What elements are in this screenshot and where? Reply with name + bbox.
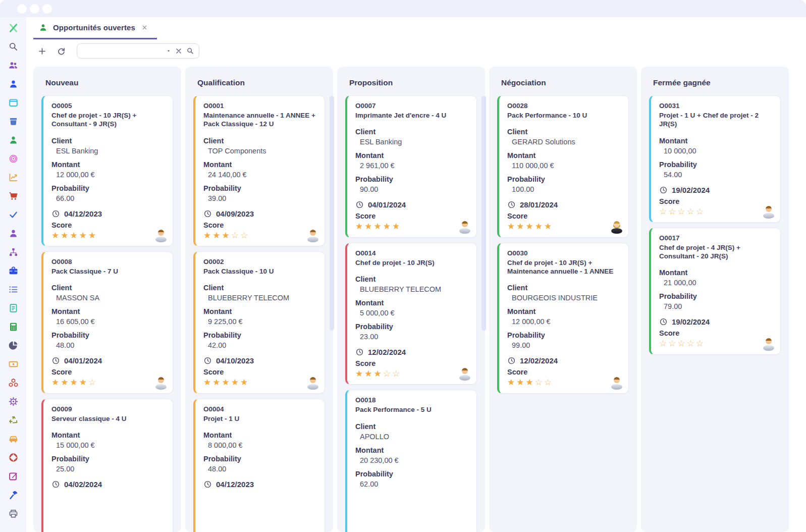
notes-icon[interactable] (8, 303, 19, 313)
refresh-button[interactable] (53, 43, 69, 59)
opportunity-card[interactable]: O0001Maintenance annuelle - 1 ANNEE + Pa… (193, 95, 325, 246)
card-title: Chef de projet - 4 JR(S) + Consultant - … (659, 243, 773, 261)
opportunity-card[interactable]: O0008Pack Classique - 7 UClientMASSON SA… (41, 251, 173, 394)
card-id: O0031 (659, 102, 773, 110)
probability-value: 42.00 (203, 341, 317, 349)
projects-briefcase-icon[interactable] (8, 265, 19, 276)
accounting-calculator-icon[interactable] (8, 322, 19, 332)
card-id: O0014 (355, 249, 469, 257)
purchases-cart-icon[interactable] (8, 191, 19, 201)
due-date: 12/02/2024 (355, 348, 469, 356)
stock-cubes-icon[interactable] (8, 378, 19, 388)
targets-icon[interactable] (8, 153, 19, 164)
clear-icon[interactable] (175, 47, 183, 55)
score-stars: ★★★★★ (507, 222, 621, 232)
contacts-icon[interactable] (8, 79, 19, 89)
tools-hammer-icon[interactable] (8, 490, 19, 500)
reports-pie-icon[interactable] (8, 340, 19, 351)
montant-value: 24 140,00 € (203, 171, 317, 179)
window-control-dot[interactable] (30, 4, 39, 14)
star-icon: ☆ (678, 207, 687, 217)
probability-value: 66.00 (51, 194, 166, 202)
opportunity-card[interactable]: O0005Chef de projet - 10 JR(S) + Consult… (41, 95, 173, 246)
card-field: Montant16 605,00 € (51, 307, 166, 326)
support-lifebuoy-icon[interactable] (8, 452, 19, 463)
toolbar (26, 39, 806, 63)
edit-icon[interactable] (8, 471, 19, 482)
card-field: Probability99.00 (507, 331, 621, 349)
client-label: Client (355, 422, 469, 431)
montant-value: 12 000,00 € (51, 171, 166, 179)
montant-value: 5 000,00 € (355, 309, 469, 317)
column-title: Qualification (193, 67, 325, 95)
column-title: Nouveau (41, 67, 173, 95)
star-icon: ★ (526, 378, 535, 387)
client-label: Client (203, 137, 317, 145)
add-button[interactable] (34, 43, 49, 59)
card-field: Montant12 000,00 € (51, 161, 166, 179)
column-scrollbar[interactable] (330, 96, 334, 331)
score-stars: ★★★★★ (51, 231, 166, 241)
settings-gear-icon[interactable] (8, 396, 19, 407)
opportunity-card[interactable]: O0004Projet - 1 UMontant8 000,00 €Probab… (193, 399, 325, 532)
opportunity-card[interactable]: O0014Chef de projet - 10 JR(S)ClientBLUE… (345, 243, 477, 385)
list-icon[interactable] (8, 284, 19, 295)
star-icon: ★ (222, 378, 231, 387)
star-icon: ★ (212, 378, 222, 387)
card-title: Chef de projet - 10 JR(S) (355, 258, 469, 267)
window-control-dot[interactable] (17, 4, 27, 14)
org-chart-icon[interactable] (8, 247, 19, 257)
archive-icon[interactable] (8, 116, 19, 127)
star-icon: ★ (392, 222, 401, 231)
due-date: 19/02/2024 (659, 186, 773, 194)
kanban-column: Fermée gagnéeO0031Projet - 1 U + Chef de… (641, 67, 789, 532)
fleet-car-icon[interactable] (8, 434, 19, 444)
assignee-avatar (306, 377, 319, 390)
opportunity-card[interactable]: O0018Pack Performance - 5 UClientAPOLLOM… (345, 390, 477, 532)
probability-value: 79.00 (659, 302, 773, 310)
search-input[interactable] (82, 47, 163, 56)
opportunity-card[interactable]: O0028Pack Performance - 10 UClientGERARD… (497, 95, 629, 238)
tasks-check-icon[interactable] (8, 209, 19, 220)
team-icon[interactable] (8, 60, 19, 71)
assignee-avatar (306, 230, 319, 242)
close-icon[interactable] (140, 23, 149, 32)
opportunity-card[interactable]: O0002Pack Classique - 10 UClientBLUEBERR… (193, 251, 325, 394)
star-icon: ☆ (678, 339, 687, 348)
search-icon[interactable] (186, 47, 194, 55)
search-icon[interactable] (8, 41, 19, 52)
probability-label: Probability (203, 184, 317, 192)
star-icon: ★ (88, 231, 97, 240)
star-icon: ★ (535, 222, 544, 231)
opportunity-card[interactable]: O0007Imprimante Jet d'encre - 4 UClientE… (345, 95, 477, 238)
opportunity-card[interactable]: O0017Chef de projet - 4 JR(S) + Consulta… (649, 228, 781, 355)
clock-icon (51, 480, 60, 489)
card-field: Probability54.00 (659, 161, 773, 179)
star-icon: ★ (61, 378, 70, 387)
payments-icon[interactable] (8, 359, 19, 369)
card-field: Probability100.00 (507, 175, 621, 193)
sales-chart-icon[interactable] (8, 172, 19, 183)
due-date-value: 12/02/2024 (368, 348, 406, 356)
opportunity-card[interactable]: O0030Chef de projet - 10 JR(S) + Mainten… (497, 243, 629, 394)
recycle-icon[interactable] (8, 415, 19, 425)
window-control-dot[interactable] (42, 4, 52, 14)
due-date: 04/01/2024 (51, 356, 166, 365)
card-field: Probability79.00 (659, 292, 773, 310)
opportunity-card[interactable]: O0031Projet - 1 U + Chef de projet - 2 J… (649, 95, 781, 223)
app-logo-icon[interactable] (8, 23, 19, 33)
chevron-down-icon[interactable] (166, 48, 171, 54)
leads-icon[interactable] (8, 135, 19, 145)
due-date-value: 04/12/2023 (64, 209, 102, 218)
card-title: Pack Classique - 10 U (203, 267, 317, 276)
client-value: BOURGEOIS INDUSTRIE (507, 294, 621, 302)
card-field: ClientGERARD Solutions (507, 128, 621, 146)
print-icon[interactable] (8, 508, 19, 519)
column-scrollbar[interactable] (481, 96, 486, 331)
person-icon (38, 23, 48, 32)
tab-opportunites-ouvertes[interactable]: Opportunités ouvertes (33, 17, 157, 39)
calendar-icon[interactable] (8, 97, 19, 108)
opportunity-card[interactable]: O0009Serveur classique - 4 UMontant15 00… (41, 399, 173, 532)
card-field: Probability62.00 (355, 470, 469, 488)
hr-person-icon[interactable] (8, 228, 19, 239)
